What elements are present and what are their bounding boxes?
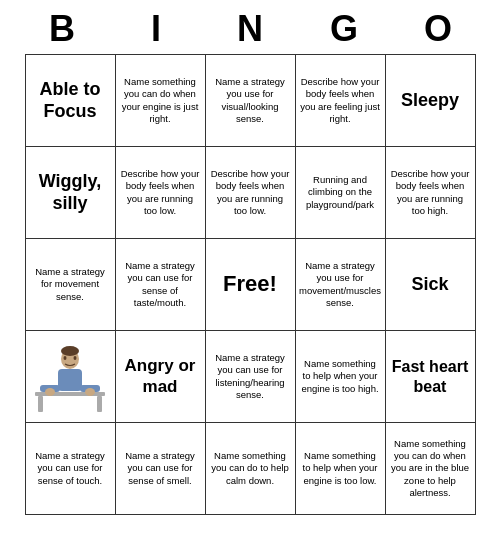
cell-r3c4: Fast heart beat <box>386 331 476 423</box>
bingo-grid: Able to Focus Name something you can do … <box>25 54 476 515</box>
svg-point-10 <box>64 356 67 360</box>
cell-r1c2: Describe how your body feels when you ar… <box>206 147 296 239</box>
bingo-header: B I N G O <box>15 0 485 54</box>
cell-r0c2: Name a strategy you use for visual/looki… <box>206 55 296 147</box>
cell-r4c0: Name a strategy you can use for sense of… <box>26 423 116 515</box>
cell-r1c0: Wiggly, silly <box>26 147 116 239</box>
cell-r2c1: Name a strategy you can use for sense of… <box>116 239 206 331</box>
cell-r1c3: Running and climbing on the playground/p… <box>296 147 386 239</box>
letter-b: B <box>22 8 102 50</box>
cell-r2c4: Sick <box>386 239 476 331</box>
svg-point-8 <box>45 388 55 396</box>
svg-point-11 <box>74 356 77 360</box>
cell-r4c2: Name something you can do to help calm d… <box>206 423 296 515</box>
svg-rect-5 <box>58 369 82 391</box>
cell-r0c1: Name something you can do when your engi… <box>116 55 206 147</box>
cell-r2c3: Name a strategy you use for movement/mus… <box>296 239 386 331</box>
cell-r2c2-free: Free! <box>206 239 296 331</box>
person-at-desk-icon <box>30 337 110 417</box>
svg-rect-1 <box>38 396 43 412</box>
svg-rect-2 <box>97 396 102 412</box>
letter-o: O <box>398 8 478 50</box>
svg-point-9 <box>85 388 95 396</box>
cell-r2c0: Name a strategy for movement sense. <box>26 239 116 331</box>
cell-r4c4: Name something you can do when you are i… <box>386 423 476 515</box>
cell-r0c0: Able to Focus <box>26 55 116 147</box>
cell-r3c3: Name something to help when your engine … <box>296 331 386 423</box>
cell-r3c1: Angry or mad <box>116 331 206 423</box>
letter-n: N <box>210 8 290 50</box>
cell-r4c3: Name something to help when your engine … <box>296 423 386 515</box>
cell-r1c4: Describe how your body feels when you ar… <box>386 147 476 239</box>
cell-r3c2: Name a strategy you can use for listenin… <box>206 331 296 423</box>
svg-point-4 <box>61 346 79 356</box>
letter-i: I <box>116 8 196 50</box>
cell-r4c1: Name a strategy you can use for sense of… <box>116 423 206 515</box>
letter-g: G <box>304 8 384 50</box>
cell-r0c3: Describe how your body feels when you ar… <box>296 55 386 147</box>
cell-r3c0-image <box>26 331 116 423</box>
cell-r1c1: Describe how your body feels when you ar… <box>116 147 206 239</box>
cell-r0c4: Sleepy <box>386 55 476 147</box>
